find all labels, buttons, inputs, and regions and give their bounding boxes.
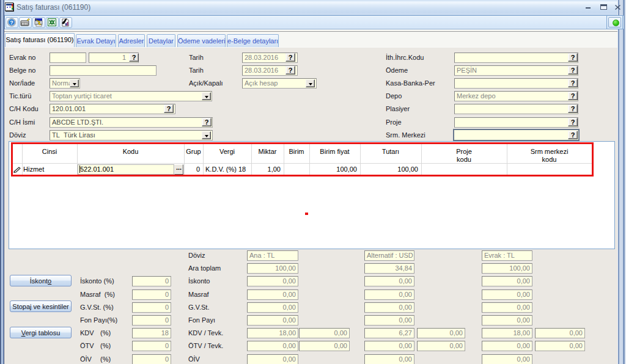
- svg-text:?: ?: [10, 20, 13, 26]
